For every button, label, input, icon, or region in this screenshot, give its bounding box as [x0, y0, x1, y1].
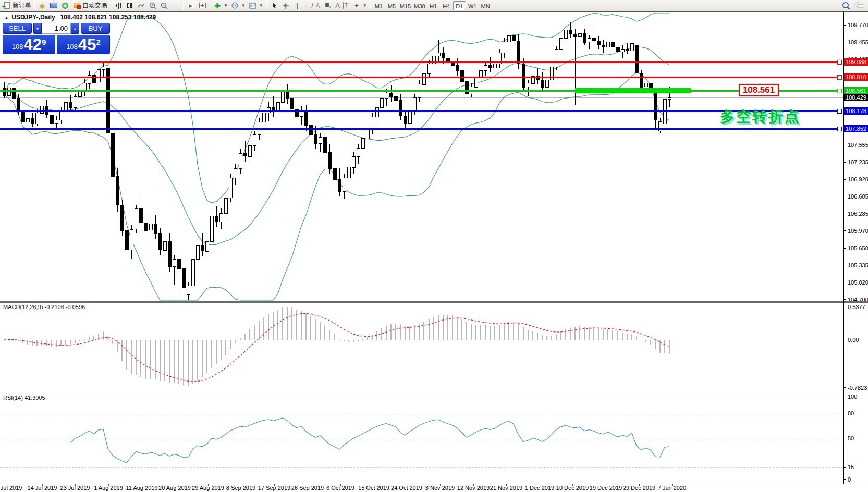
chart-shift-icon: ✚	[198, 2, 206, 10]
svg-text:0: 0	[848, 476, 851, 483]
volume-input[interactable]: 1.00	[42, 23, 71, 34]
shapes-tool[interactable]: ✦▼	[351, 1, 369, 11]
toolbar: 新订单 ◆ 自动交易 ▶ ✚	[0, 0, 868, 12]
svg-text:109.770: 109.770	[848, 22, 868, 28]
divider	[183, 1, 184, 10]
line-chart-button[interactable]	[136, 1, 147, 11]
trendline-tool[interactable]: /	[310, 1, 315, 11]
templates-icon	[249, 2, 257, 10]
indicators-button[interactable]: ✚▼	[212, 1, 229, 11]
svg-text:109.088: 109.088	[846, 59, 866, 65]
svg-text:26 Sep 2019: 26 Sep 2019	[291, 485, 324, 491]
symbol-period-title: USDJPY-,Daily	[11, 14, 55, 21]
buy-price-tile[interactable]: 108 45 2	[57, 35, 110, 54]
svg-text:107.852: 107.852	[846, 126, 866, 132]
svg-text:23 Jul 2019: 23 Jul 2019	[60, 485, 90, 491]
timeframe-m5[interactable]: M5	[385, 1, 398, 10]
auto-scroll-icon: ▶	[187, 2, 195, 10]
shapes-icon: ✦	[352, 2, 361, 10]
svg-text:3 Nov 2019: 3 Nov 2019	[425, 485, 455, 491]
signals-button[interactable]	[59, 1, 71, 11]
line-chart-icon	[137, 2, 145, 10]
text-tool[interactable]: A	[334, 1, 341, 11]
turning-point-text[interactable]: 多空转折点	[720, 107, 801, 127]
zoom-out-button[interactable]	[158, 1, 170, 11]
timeframe-d1[interactable]: D1	[453, 1, 466, 10]
svg-text:20 Aug 2019: 20 Aug 2019	[158, 485, 191, 491]
sell-price-tile[interactable]: 108 42 9	[3, 35, 55, 54]
market-watch-icon: ◆	[38, 2, 46, 10]
svg-text:105.020: 105.020	[848, 279, 868, 286]
svg-text:14 Jul 2019: 14 Jul 2019	[28, 485, 57, 491]
buy-button[interactable]: BUY	[81, 23, 110, 34]
rsi-indicator-label: RSI(14) 41.3905	[3, 395, 45, 401]
svg-text:0.5377: 0.5377	[848, 304, 865, 310]
crosshair-button[interactable]	[280, 1, 291, 11]
svg-text:-0.7823: -0.7823	[848, 385, 867, 391]
divider	[266, 1, 267, 10]
auto-scroll-button[interactable]: ▶	[185, 1, 197, 11]
price-level-callout[interactable]: 108.561	[739, 84, 779, 96]
tile-windows-icon	[172, 2, 180, 10]
svg-text:105.335: 105.335	[848, 262, 868, 268]
templates-button[interactable]: ▼	[247, 1, 265, 11]
svg-text:50: 50	[848, 435, 854, 441]
timeframe-mn[interactable]: MN	[479, 1, 492, 10]
bar-chart-button[interactable]	[113, 1, 124, 11]
svg-text:0.00: 0.00	[848, 337, 859, 343]
vertical-line-icon: |	[297, 2, 298, 9]
svg-text:15: 15	[848, 464, 854, 470]
chart-window-button[interactable]	[48, 1, 59, 11]
vertical-line-tool[interactable]: |	[295, 1, 300, 11]
svg-text:108.810: 108.810	[846, 74, 866, 80]
timeframe-h4[interactable]: H4	[440, 1, 453, 10]
channel-tool[interactable]: ⫽E	[315, 1, 323, 11]
timeframe-h1[interactable]: H1	[427, 1, 440, 10]
search-icon[interactable]	[842, 2, 850, 10]
svg-text:1 Dec 2019: 1 Dec 2019	[525, 485, 554, 491]
text-label-tool[interactable]: T	[341, 1, 351, 11]
divider	[111, 1, 111, 10]
buy-price-point: 2	[96, 38, 100, 46]
timeframe-m30[interactable]: M30	[412, 1, 426, 10]
price-chart[interactable]: 109.770109.455109.135108.820108.505108.1…	[0, 0, 868, 492]
periods-button[interactable]: ▼	[229, 1, 247, 11]
auto-trading-button[interactable]: 自动交易	[71, 1, 109, 11]
market-watch-button[interactable]: ◆	[36, 1, 48, 11]
svg-text:109.455: 109.455	[848, 39, 868, 45]
svg-text:108.561: 108.561	[846, 88, 866, 94]
candlestick-button[interactable]	[124, 1, 136, 11]
svg-text:29 Dec 2019: 29 Dec 2019	[623, 485, 655, 491]
timeframe-m15[interactable]: M15	[398, 1, 412, 10]
crosshair-icon	[282, 2, 290, 10]
new-order-label: 新订单	[13, 1, 31, 10]
svg-text:105.650: 105.650	[848, 245, 868, 251]
new-order-button[interactable]: 新订单	[1, 1, 33, 11]
volume-increase-button[interactable]: ▲	[71, 23, 79, 34]
clock-icon	[231, 2, 239, 10]
tile-windows-button[interactable]	[170, 1, 181, 11]
sell-button[interactable]: SELL	[3, 23, 32, 34]
fibonacci-tool[interactable]: ≣F	[323, 1, 334, 11]
fibonacci-icon: ≣F	[325, 2, 332, 9]
volume-decrease-button[interactable]: ▼	[33, 23, 42, 34]
horizontal-line-tool[interactable]: —	[300, 1, 310, 11]
zoom-in-button[interactable]	[147, 1, 158, 11]
svg-text:21 Nov 2019: 21 Nov 2019	[490, 485, 522, 491]
chat-icon[interactable]	[854, 2, 863, 10]
cursor-button[interactable]	[268, 1, 280, 11]
divider	[34, 1, 35, 10]
zoom-in-icon	[149, 2, 157, 10]
bar-chart-icon	[114, 2, 123, 10]
svg-text:108.178: 108.178	[846, 108, 866, 114]
timeframe-m1[interactable]: M1	[372, 1, 385, 10]
svg-text:7 Jan 2020: 7 Jan 2020	[658, 485, 686, 491]
collapse-panel-arrow[interactable]: ▲	[4, 15, 9, 20]
svg-text:29 Aug 2019: 29 Aug 2019	[192, 485, 224, 491]
svg-text:106.605: 106.605	[848, 193, 868, 200]
svg-text:107.555: 107.555	[848, 142, 868, 148]
divider	[370, 1, 371, 10]
timeframe-w1[interactable]: W1	[466, 1, 479, 10]
chart-shift-button[interactable]: ✚	[197, 1, 208, 11]
zoom-out-icon	[160, 2, 168, 10]
